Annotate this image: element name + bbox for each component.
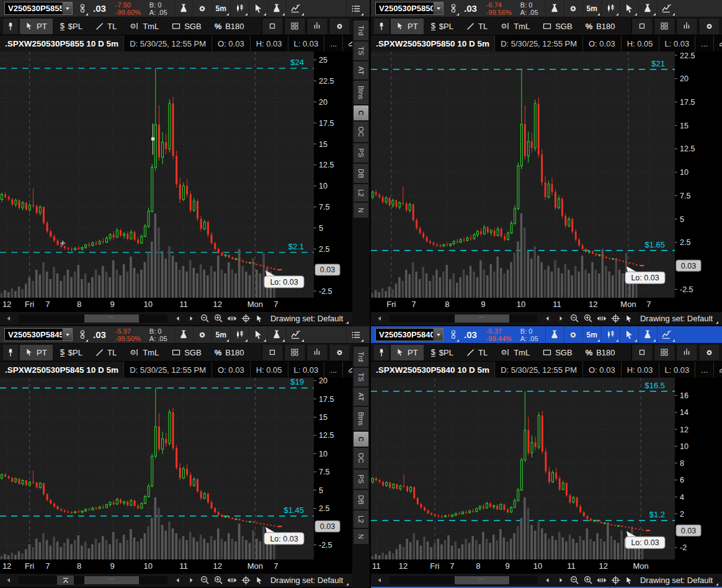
settings-gear-button[interactable] [564, 0, 582, 17]
pin-icon[interactable] [3, 19, 18, 34]
b180-button[interactable]: % B180 [580, 345, 621, 360]
timeframe-button[interactable]: 5m [582, 326, 601, 343]
sidebar-tab-db[interactable]: DB [354, 164, 368, 183]
zoom-in-icon[interactable] [213, 313, 224, 324]
symbol-text[interactable]: V250530P5840 [376, 330, 433, 339]
drawing-set-selector[interactable]: Drawing set: Default [268, 576, 349, 585]
symbol-link-icon[interactable] [447, 326, 460, 343]
symbol-dropdown-button[interactable] [433, 2, 443, 14]
b180-button[interactable]: % B180 [209, 19, 250, 34]
timeframe-button[interactable]: 5m [212, 0, 230, 17]
panels-bars-button[interactable] [676, 19, 697, 34]
step-back-icon[interactable] [172, 313, 183, 324]
zoom-out-icon[interactable] [200, 313, 210, 324]
sidebar-tab-btns[interactable]: Btns [354, 407, 368, 430]
cursor-tool-button[interactable] [249, 0, 267, 17]
pointer-mode-icon[interactable] [254, 313, 265, 324]
menu-button[interactable] [346, 0, 365, 17]
b180-button[interactable]: % B180 [209, 345, 250, 360]
drawing-tools-button[interactable] [286, 326, 305, 343]
tml-button[interactable]: TmL [495, 19, 535, 34]
settings-gear-button[interactable] [193, 0, 212, 17]
studies-flask-button[interactable] [174, 0, 193, 17]
chart-style-icon[interactable] [718, 365, 722, 375]
fit-width-icon[interactable] [227, 575, 238, 586]
trendline-button[interactable]: TL [461, 19, 493, 34]
pt-button[interactable]: PT [391, 19, 424, 34]
drawing-set-selector[interactable]: Drawing set: Default [268, 314, 349, 323]
studies-flask-button-2[interactable] [638, 0, 657, 17]
tml-button[interactable]: TmL [124, 345, 164, 360]
panels-bars-button[interactable] [306, 19, 327, 34]
b180-button[interactable]: % B180 [580, 19, 621, 34]
timeframe-button[interactable]: 5m [582, 0, 601, 17]
single-panel-button[interactable] [631, 19, 652, 34]
chart-settings-gear-button[interactable] [329, 345, 349, 360]
price-axis[interactable]: 22.52017.51512.5107.552.5-2.50.03 [675, 51, 722, 298]
sgb-button[interactable]: SGB [537, 345, 577, 360]
sidebar-tab-at[interactable]: AT [354, 61, 368, 79]
zoom-out-icon[interactable] [569, 575, 580, 586]
symbol-text[interactable]: V250530P5845 [5, 330, 62, 339]
pl-button[interactable]: $ $PL [55, 19, 88, 34]
pl-button[interactable]: $ $PL [55, 345, 88, 360]
price-axis[interactable]: 161412108642-20.03 [675, 378, 722, 559]
chart-canvas[interactable]: $16.5$1.2Lo: 0.03161412108642-20.03 [371, 378, 722, 559]
time-scrollbar[interactable]: ⋯ [390, 576, 537, 584]
step-back-icon[interactable] [542, 313, 553, 324]
scroll-left-icon[interactable] [3, 575, 14, 586]
settings-gear-button[interactable] [564, 326, 582, 343]
panels-bars-button[interactable] [306, 345, 327, 360]
header-more[interactable]: ... [324, 362, 343, 378]
drawing-tools-button[interactable] [657, 0, 676, 17]
pt-button[interactable]: PT [20, 19, 53, 34]
sidebar-tab-ts[interactable]: TS [354, 42, 368, 60]
tml-button[interactable]: TmL [495, 345, 535, 360]
chart-canvas[interactable]: $19$1.45Lo: 0.032017.51512.5107.552.5-2.… [0, 378, 352, 559]
grid-layout-button[interactable] [284, 19, 305, 34]
sidebar-tab-ps[interactable]: PS [354, 143, 368, 163]
studies-flask-button-2[interactable] [638, 326, 657, 343]
scrollbar-thumb[interactable]: ⋯ [455, 576, 509, 584]
header-more[interactable]: ... [695, 362, 714, 378]
time-scrollbar[interactable]: ⋯ [390, 314, 537, 323]
pointer-mode-icon[interactable] [624, 575, 635, 586]
sidebar-tab-ts[interactable]: TS [354, 368, 368, 386]
studies-flask-button[interactable] [174, 326, 193, 343]
fit-width-icon[interactable] [227, 313, 238, 324]
sgb-button[interactable]: SGB [537, 19, 577, 34]
settings-gear-button[interactable] [193, 326, 212, 343]
sidebar-tab-ps[interactable]: PS [354, 470, 368, 489]
price-axis[interactable]: 2017.51512.5107.552.5-2.50.03 [314, 378, 352, 559]
pin-icon[interactable] [3, 345, 18, 360]
trendline-button[interactable]: TL [461, 345, 493, 360]
crosshair-mode-icon[interactable] [610, 575, 621, 586]
sidebar-tab-oc[interactable]: OC [354, 448, 368, 468]
zoom-out-icon[interactable] [569, 313, 580, 324]
studies-flask-button[interactable] [545, 326, 564, 343]
menu-button[interactable] [346, 326, 365, 343]
header-more[interactable]: ... [695, 35, 714, 51]
sidebar-tab-l2[interactable]: L2 [354, 184, 368, 202]
scroll-left-icon[interactable] [374, 575, 385, 586]
scroll-left-icon[interactable] [374, 313, 385, 324]
pointer-mode-icon[interactable] [254, 575, 265, 586]
chart-type-button[interactable] [230, 326, 249, 343]
chart-type-button[interactable] [230, 0, 249, 17]
symbol-text[interactable]: V250530P5855 [5, 4, 62, 13]
pointer-mode-icon[interactable] [624, 313, 635, 324]
plot-background[interactable] [371, 51, 675, 298]
sidebar-tab-c[interactable]: C [354, 105, 368, 120]
pin-icon[interactable] [374, 19, 389, 34]
drawing-tools-button[interactable] [657, 326, 676, 343]
cursor-tool-button[interactable] [620, 326, 638, 343]
scrollbar-thumb[interactable]: ⋯ [84, 314, 139, 323]
time-scrollbar[interactable]: ⋯ [19, 314, 167, 323]
sidebar-tab-n[interactable]: N [354, 203, 368, 218]
crosshair-mode-icon[interactable] [241, 575, 251, 586]
symbol-input[interactable]: V250530P5840 [375, 328, 443, 341]
scrollbar-thumb[interactable]: ⋯ [84, 576, 139, 584]
symbol-link-icon[interactable] [76, 0, 89, 17]
symbol-input[interactable]: V250530P5855 [4, 2, 73, 15]
scroll-left-icon[interactable] [3, 313, 14, 324]
